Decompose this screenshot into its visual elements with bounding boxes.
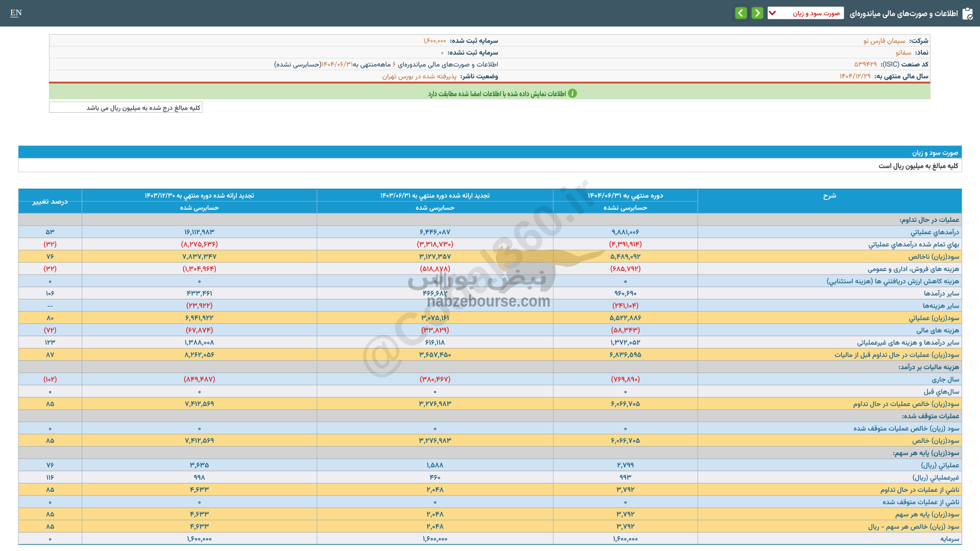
svg-text:nabzebourse.com: nabzebourse.com	[427, 291, 551, 311]
svg-text:i: i	[572, 90, 574, 97]
svg-text:EN: EN	[10, 8, 22, 17]
